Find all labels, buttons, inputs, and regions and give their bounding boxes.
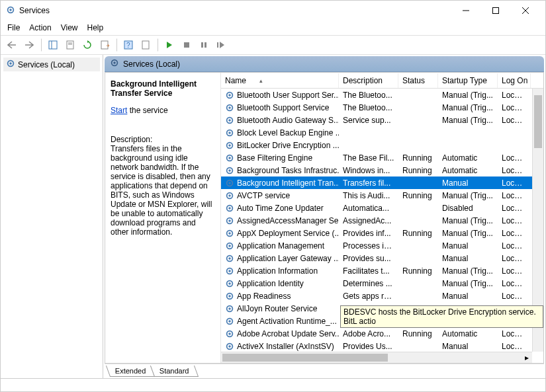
menu-view[interactable]: View	[61, 23, 78, 32]
cell-logon: Local Se	[498, 191, 531, 200]
table-row[interactable]: Application Layer Gateway ...Provides su…	[221, 252, 543, 264]
cell-description: Service sup...	[339, 116, 398, 125]
tab-standard[interactable]: Standard	[150, 366, 199, 377]
horizontal-scrollbar[interactable]: ◂ ▸	[221, 352, 532, 363]
back-button[interactable]	[5, 38, 19, 52]
cell-logon: Local Sy	[498, 329, 531, 338]
svg-point-26	[228, 106, 231, 109]
export-list-button[interactable]	[97, 38, 112, 52]
minimize-button[interactable]	[451, 1, 480, 20]
help-button[interactable]: ?	[121, 38, 136, 52]
table-row[interactable]: Background Tasks Infrastruc...Windows in…	[221, 164, 543, 176]
cell-startup: Manual (Trig...	[438, 91, 498, 100]
table-row[interactable]: Base Filtering EngineThe Base Fil...Runn…	[221, 151, 543, 164]
table-row[interactable]: AVCTP serviceThis is Audi...RunningManua…	[221, 189, 543, 202]
cell-description: Provides inf...	[339, 229, 398, 238]
table-row[interactable]: App ReadinessGets apps re...ManualLocal …	[221, 290, 543, 302]
svg-rect-3	[492, 8, 498, 14]
table-row[interactable]: Background Intelligent Tran...Transfers …	[221, 176, 543, 189]
scrollbar-thumb[interactable]	[222, 354, 388, 362]
table-row[interactable]: Bluetooth User Support Ser...The Bluetoo…	[221, 89, 543, 101]
content-header-label: Services (Local)	[123, 59, 180, 69]
menu-file[interactable]: File	[7, 23, 20, 32]
cell-name: Adobe Acrobat Update Serv...	[221, 329, 339, 338]
stop-service-button[interactable]	[179, 38, 194, 52]
cell-logon: Local Sy	[498, 266, 531, 276]
show-hide-tree-button[interactable]	[46, 38, 60, 52]
column-headers: Name▴ Description Status Startup Type Lo…	[221, 73, 543, 89]
start-service-link[interactable]: Start	[111, 106, 127, 115]
help2-button[interactable]	[138, 38, 153, 52]
column-name[interactable]: Name▴	[221, 73, 339, 88]
table-row[interactable]: ActiveX Installer (AxInstSV)Provides Us.…	[221, 340, 543, 352]
table-row[interactable]: Adobe Acrobat Update Serv...Adobe Acro..…	[221, 327, 543, 340]
close-button[interactable]	[510, 1, 540, 20]
cell-description: Adobe Acro...	[339, 329, 398, 338]
svg-point-48	[228, 245, 231, 247]
column-description[interactable]: Description	[339, 73, 398, 88]
svg-point-54	[228, 282, 231, 285]
restart-service-button[interactable]	[214, 38, 228, 52]
table-row[interactable]: AssignedAccessManager Se...AssignedAc...…	[221, 214, 543, 227]
cell-description: Automatica...	[339, 204, 398, 213]
svg-point-28	[228, 119, 231, 122]
svg-point-20	[9, 62, 12, 65]
svg-point-22	[113, 61, 116, 64]
menu-action[interactable]: Action	[29, 23, 51, 32]
table-row[interactable]: Application IdentityDetermines ...Manual…	[221, 277, 543, 290]
detail-pane: Background Intelligent Transfer Service …	[105, 73, 221, 363]
view-tabs: Extended Standard	[105, 364, 544, 378]
nav-services-local[interactable]: Services (Local)	[3, 58, 100, 71]
detail-description-text: Transfers files in the background using …	[111, 144, 215, 237]
table-row[interactable]: BitLocker Drive Encryption ...	[221, 139, 543, 151]
svg-rect-8	[67, 41, 73, 49]
table-row[interactable]: Bluetooth Audio Gateway S...Service sup.…	[221, 114, 543, 126]
svg-point-24	[228, 94, 231, 97]
refresh-button[interactable]	[80, 38, 95, 52]
services-app-icon	[6, 5, 15, 17]
svg-rect-16	[201, 42, 203, 48]
svg-text:?: ?	[126, 42, 130, 49]
cell-startup: Manual (Trig...	[438, 103, 498, 112]
cell-name: Base Filtering Engine	[221, 153, 339, 163]
sort-asc-icon: ▴	[259, 77, 263, 84]
column-log-on[interactable]: Log On	[498, 73, 531, 88]
cell-logon: Local Sy	[498, 91, 531, 100]
forward-button[interactable]	[22, 38, 36, 52]
toolbar-separator	[40, 38, 42, 52]
cell-logon: Local Se	[498, 254, 531, 263]
table-row[interactable]: Auto Time Zone UpdaterAutomatica...Disab…	[221, 202, 543, 214]
table-row[interactable]: Block Level Backup Engine ...	[221, 126, 543, 139]
properties-button[interactable]	[63, 38, 77, 52]
svg-point-30	[228, 132, 231, 134]
column-startup-type[interactable]: Startup Type	[438, 73, 498, 88]
maximize-button[interactable]	[480, 1, 510, 20]
cell-logon: Local Se	[498, 279, 531, 288]
cell-logon: Local Sy	[498, 241, 531, 251]
svg-point-46	[228, 232, 231, 235]
table-row[interactable]: Bluetooth Support ServiceThe Bluetoo...M…	[221, 101, 543, 114]
cell-startup: Automatic	[438, 329, 498, 338]
cell-name: AllJoyn Router Service	[221, 304, 339, 313]
cell-description: AssignedAc...	[339, 216, 398, 225]
table-row[interactable]: Application ManagementProcesses in...Man…	[221, 239, 543, 252]
table-row[interactable]: Application InformationFacilitates t...R…	[221, 264, 543, 277]
svg-rect-11	[101, 41, 108, 49]
cell-description: The Bluetoo...	[339, 103, 398, 112]
menu-help[interactable]: Help	[87, 23, 104, 32]
scrollbar-thumb[interactable]	[534, 95, 542, 148]
cell-description: Provides su...	[339, 254, 398, 263]
start-service-button[interactable]	[162, 38, 177, 52]
cell-status: Running	[398, 166, 438, 175]
tab-extended[interactable]: Extended	[106, 366, 156, 377]
services-icon	[6, 59, 15, 70]
scroll-right-arrow[interactable]: ▸	[521, 352, 532, 363]
pause-service-button[interactable]	[197, 38, 211, 52]
svg-point-60	[228, 320, 231, 323]
cell-logon: Local Sy	[498, 166, 531, 175]
cell-name: AppX Deployment Service (...	[221, 229, 339, 238]
column-status[interactable]: Status	[398, 73, 438, 88]
status-bar	[1, 378, 545, 391]
table-row[interactable]: AppX Deployment Service (...Provides inf…	[221, 227, 543, 239]
cell-name: Agent Activation Runtime_...	[221, 317, 339, 326]
